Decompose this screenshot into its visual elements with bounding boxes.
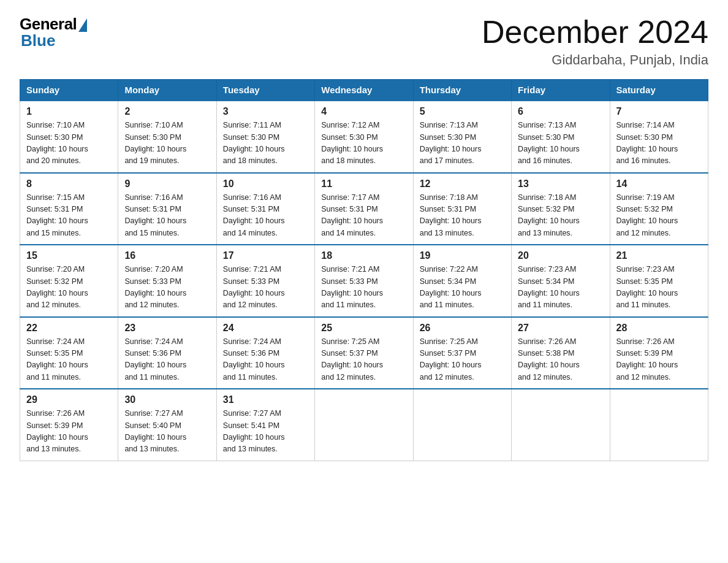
- calendar-cell: 25 Sunrise: 7:25 AMSunset: 5:37 PMDaylig…: [315, 317, 413, 389]
- day-info: Sunrise: 7:16 AMSunset: 5:31 PMDaylight:…: [223, 193, 285, 237]
- calendar-cell: 12 Sunrise: 7:18 AMSunset: 5:31 PMDaylig…: [413, 173, 511, 245]
- calendar-week-row: 29 Sunrise: 7:26 AMSunset: 5:39 PMDaylig…: [20, 389, 708, 461]
- calendar-cell: 4 Sunrise: 7:12 AMSunset: 5:30 PMDayligh…: [315, 101, 413, 173]
- day-number: 18: [321, 250, 406, 261]
- calendar-cell: 6 Sunrise: 7:13 AMSunset: 5:30 PMDayligh…: [512, 101, 610, 173]
- calendar-cell: 23 Sunrise: 7:24 AMSunset: 5:36 PMDaylig…: [118, 317, 216, 389]
- day-number: 26: [420, 323, 505, 334]
- day-number: 15: [26, 250, 112, 261]
- day-info: Sunrise: 7:17 AMSunset: 5:31 PMDaylight:…: [321, 193, 383, 237]
- col-header-saturday: Saturday: [610, 80, 708, 101]
- day-info: Sunrise: 7:14 AMSunset: 5:30 PMDaylight:…: [616, 121, 678, 165]
- day-info: Sunrise: 7:21 AMSunset: 5:33 PMDaylight:…: [321, 265, 383, 309]
- calendar-week-row: 1 Sunrise: 7:10 AMSunset: 5:30 PMDayligh…: [20, 101, 708, 173]
- calendar-cell: 19 Sunrise: 7:22 AMSunset: 5:34 PMDaylig…: [413, 245, 511, 317]
- day-number: 25: [321, 323, 406, 334]
- day-info: Sunrise: 7:24 AMSunset: 5:36 PMDaylight:…: [124, 337, 186, 381]
- day-info: Sunrise: 7:25 AMSunset: 5:37 PMDaylight:…: [321, 337, 383, 381]
- calendar-cell: 27 Sunrise: 7:26 AMSunset: 5:38 PMDaylig…: [512, 317, 610, 389]
- calendar-cell: 1 Sunrise: 7:10 AMSunset: 5:30 PMDayligh…: [20, 101, 118, 173]
- day-number: 10: [223, 178, 308, 190]
- day-info: Sunrise: 7:11 AMSunset: 5:30 PMDaylight:…: [223, 121, 285, 165]
- page-header: General Blue December 2024 Giddarbaha, P…: [20, 15, 708, 68]
- calendar-cell: 18 Sunrise: 7:21 AMSunset: 5:33 PMDaylig…: [315, 245, 413, 317]
- logo-triangle-icon: [78, 18, 87, 32]
- title-block: December 2024 Giddarbaha, Punjab, India: [482, 15, 708, 68]
- calendar-cell: 28 Sunrise: 7:26 AMSunset: 5:39 PMDaylig…: [610, 317, 708, 389]
- calendar-cell: 13 Sunrise: 7:18 AMSunset: 5:32 PMDaylig…: [512, 173, 610, 245]
- calendar-cell: 14 Sunrise: 7:19 AMSunset: 5:32 PMDaylig…: [610, 173, 708, 245]
- day-number: 28: [616, 323, 702, 334]
- day-info: Sunrise: 7:10 AMSunset: 5:30 PMDaylight:…: [26, 121, 88, 165]
- day-info: Sunrise: 7:13 AMSunset: 5:30 PMDaylight:…: [518, 121, 580, 165]
- calendar-cell: 8 Sunrise: 7:15 AMSunset: 5:31 PMDayligh…: [20, 173, 118, 245]
- calendar-cell: 9 Sunrise: 7:16 AMSunset: 5:31 PMDayligh…: [118, 173, 216, 245]
- calendar-cell: 24 Sunrise: 7:24 AMSunset: 5:36 PMDaylig…: [216, 317, 314, 389]
- day-info: Sunrise: 7:24 AMSunset: 5:35 PMDaylight:…: [26, 337, 88, 381]
- day-info: Sunrise: 7:27 AMSunset: 5:41 PMDaylight:…: [223, 409, 285, 453]
- day-number: 1: [26, 106, 112, 117]
- calendar-week-row: 15 Sunrise: 7:20 AMSunset: 5:32 PMDaylig…: [20, 245, 708, 317]
- calendar-cell: 16 Sunrise: 7:20 AMSunset: 5:33 PMDaylig…: [118, 245, 216, 317]
- day-info: Sunrise: 7:20 AMSunset: 5:33 PMDaylight:…: [124, 265, 186, 309]
- day-info: Sunrise: 7:27 AMSunset: 5:40 PMDaylight:…: [124, 409, 186, 453]
- calendar-cell: 2 Sunrise: 7:10 AMSunset: 5:30 PMDayligh…: [118, 101, 216, 173]
- day-info: Sunrise: 7:15 AMSunset: 5:31 PMDaylight:…: [26, 193, 88, 237]
- col-header-friday: Friday: [512, 80, 610, 101]
- day-number: 13: [518, 178, 603, 190]
- day-number: 23: [124, 323, 210, 334]
- calendar-table: SundayMondayTuesdayWednesdayThursdayFrid…: [20, 79, 708, 461]
- day-number: 20: [518, 250, 603, 261]
- day-info: Sunrise: 7:21 AMSunset: 5:33 PMDaylight:…: [223, 265, 285, 309]
- day-number: 14: [616, 178, 702, 190]
- day-number: 4: [321, 106, 406, 117]
- calendar-cell: 30 Sunrise: 7:27 AMSunset: 5:40 PMDaylig…: [118, 389, 216, 461]
- day-number: 31: [223, 394, 308, 405]
- logo: General Blue: [20, 15, 87, 50]
- day-info: Sunrise: 7:26 AMSunset: 5:39 PMDaylight:…: [26, 409, 88, 453]
- col-header-thursday: Thursday: [413, 80, 511, 101]
- day-number: 5: [420, 106, 505, 117]
- calendar-cell: 11 Sunrise: 7:17 AMSunset: 5:31 PMDaylig…: [315, 173, 413, 245]
- day-info: Sunrise: 7:23 AMSunset: 5:35 PMDaylight:…: [616, 265, 678, 309]
- day-number: 19: [420, 250, 505, 261]
- day-number: 17: [223, 250, 308, 261]
- col-header-monday: Monday: [118, 80, 216, 101]
- calendar-cell: 7 Sunrise: 7:14 AMSunset: 5:30 PMDayligh…: [610, 101, 708, 173]
- day-number: 16: [124, 250, 210, 261]
- day-info: Sunrise: 7:10 AMSunset: 5:30 PMDaylight:…: [124, 121, 186, 165]
- day-info: Sunrise: 7:16 AMSunset: 5:31 PMDaylight:…: [124, 193, 186, 237]
- day-number: 3: [223, 106, 308, 117]
- day-number: 24: [223, 323, 308, 334]
- day-number: 11: [321, 178, 406, 190]
- calendar-cell: 22 Sunrise: 7:24 AMSunset: 5:35 PMDaylig…: [20, 317, 118, 389]
- day-number: 27: [518, 323, 603, 334]
- day-number: 30: [124, 394, 210, 405]
- day-number: 7: [616, 106, 702, 117]
- logo-blue-text: Blue: [21, 31, 55, 50]
- calendar-cell: [610, 389, 708, 461]
- calendar-cell: [512, 389, 610, 461]
- day-info: Sunrise: 7:22 AMSunset: 5:34 PMDaylight:…: [420, 265, 482, 309]
- calendar-cell: 31 Sunrise: 7:27 AMSunset: 5:41 PMDaylig…: [216, 389, 314, 461]
- col-header-wednesday: Wednesday: [315, 80, 413, 101]
- day-info: Sunrise: 7:13 AMSunset: 5:30 PMDaylight:…: [420, 121, 482, 165]
- day-info: Sunrise: 7:23 AMSunset: 5:34 PMDaylight:…: [518, 265, 580, 309]
- day-number: 29: [26, 394, 112, 405]
- calendar-cell: 29 Sunrise: 7:26 AMSunset: 5:39 PMDaylig…: [20, 389, 118, 461]
- col-header-tuesday: Tuesday: [216, 80, 314, 101]
- day-number: 12: [420, 178, 505, 190]
- day-number: 21: [616, 250, 702, 261]
- calendar-cell: 17 Sunrise: 7:21 AMSunset: 5:33 PMDaylig…: [216, 245, 314, 317]
- location-text: Giddarbaha, Punjab, India: [482, 52, 708, 68]
- day-info: Sunrise: 7:24 AMSunset: 5:36 PMDaylight:…: [223, 337, 285, 381]
- calendar-cell: 26 Sunrise: 7:25 AMSunset: 5:37 PMDaylig…: [413, 317, 511, 389]
- calendar-week-row: 22 Sunrise: 7:24 AMSunset: 5:35 PMDaylig…: [20, 317, 708, 389]
- calendar-cell: 21 Sunrise: 7:23 AMSunset: 5:35 PMDaylig…: [610, 245, 708, 317]
- day-number: 22: [26, 323, 112, 334]
- calendar-cell: [413, 389, 511, 461]
- calendar-cell: 10 Sunrise: 7:16 AMSunset: 5:31 PMDaylig…: [216, 173, 314, 245]
- calendar-cell: 20 Sunrise: 7:23 AMSunset: 5:34 PMDaylig…: [512, 245, 610, 317]
- day-info: Sunrise: 7:12 AMSunset: 5:30 PMDaylight:…: [321, 121, 383, 165]
- calendar-header-row: SundayMondayTuesdayWednesdayThursdayFrid…: [20, 80, 708, 101]
